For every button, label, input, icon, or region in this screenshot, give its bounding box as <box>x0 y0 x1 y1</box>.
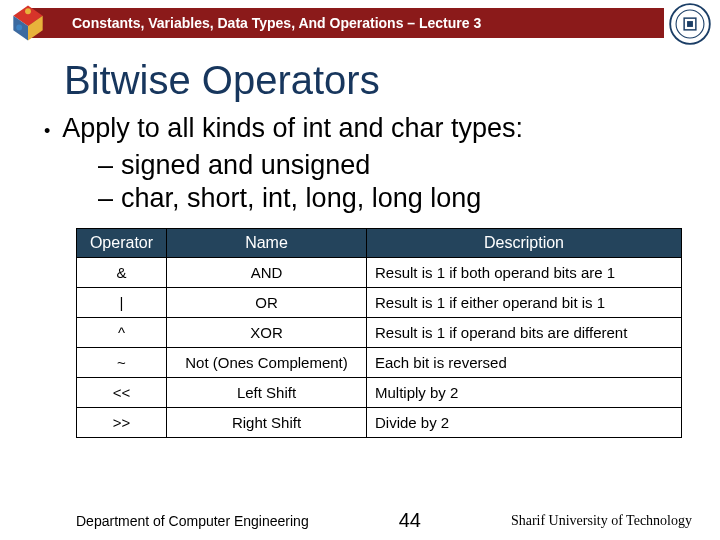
dash-icon: – <box>98 183 113 214</box>
university-crest-icon <box>668 2 712 46</box>
table-row: | OR Result is 1 if either operand bit i… <box>77 288 682 318</box>
table-row: & AND Result is 1 if both operand bits a… <box>77 258 682 288</box>
header-strip: Constants, Variables, Data Types, And Op… <box>28 8 664 38</box>
cell-description: Result is 1 if either operand bit is 1 <box>367 288 682 318</box>
slide-content: • Apply to all kinds of int and char typ… <box>0 109 720 438</box>
slide-footer: Department of Computer Engineering 44 Sh… <box>0 509 720 532</box>
bullet-dot-icon: • <box>44 121 50 142</box>
table-header-row: Operator Name Description <box>77 229 682 258</box>
footer-page-number: 44 <box>399 509 421 532</box>
footer-department: Department of Computer Engineering <box>76 513 309 529</box>
cell-name: Not (Ones Complement) <box>167 348 367 378</box>
puzzle-logo-icon <box>0 0 56 46</box>
svg-point-3 <box>25 8 31 14</box>
cell-operator: ^ <box>77 318 167 348</box>
slide-title: Bitwise Operators <box>0 46 720 109</box>
cell-operator: & <box>77 258 167 288</box>
th-name: Name <box>167 229 367 258</box>
operators-table-wrap: Operator Name Description & AND Result i… <box>76 228 682 438</box>
cell-description: Result is 1 if operand bits are differen… <box>367 318 682 348</box>
header-strip-text: Constants, Variables, Data Types, And Op… <box>72 15 481 31</box>
bullet-main: • Apply to all kinds of int and char typ… <box>40 113 690 144</box>
table-row: ~ Not (Ones Complement) Each bit is reve… <box>77 348 682 378</box>
sub-bullet-1: – signed and unsigned <box>98 150 690 181</box>
sub-bullet-2: – char, short, int, long, long long <box>98 183 690 214</box>
sub-bullet-list: – signed and unsigned – char, short, int… <box>40 150 690 214</box>
cell-name: OR <box>167 288 367 318</box>
table-row: << Left Shift Multiply by 2 <box>77 378 682 408</box>
th-description: Description <box>367 229 682 258</box>
cell-description: Divide by 2 <box>367 408 682 438</box>
cell-name: Left Shift <box>167 378 367 408</box>
cell-operator: >> <box>77 408 167 438</box>
cell-description: Multiply by 2 <box>367 378 682 408</box>
cell-description: Each bit is reversed <box>367 348 682 378</box>
svg-point-4 <box>16 24 22 30</box>
cell-name: XOR <box>167 318 367 348</box>
cell-operator: | <box>77 288 167 318</box>
dash-icon: – <box>98 150 113 181</box>
svg-rect-8 <box>687 21 693 27</box>
cell-operator: ~ <box>77 348 167 378</box>
cell-operator: << <box>77 378 167 408</box>
sub-bullet-2-text: char, short, int, long, long long <box>121 183 481 214</box>
th-operator: Operator <box>77 229 167 258</box>
bullet-main-text: Apply to all kinds of int and char types… <box>62 113 523 144</box>
cell-name: AND <box>167 258 367 288</box>
table-row: >> Right Shift Divide by 2 <box>77 408 682 438</box>
cell-name: Right Shift <box>167 408 367 438</box>
slide-header: Constants, Variables, Data Types, And Op… <box>0 0 720 46</box>
operators-table: Operator Name Description & AND Result i… <box>76 228 682 438</box>
sub-bullet-1-text: signed and unsigned <box>121 150 370 181</box>
table-row: ^ XOR Result is 1 if operand bits are di… <box>77 318 682 348</box>
footer-university: Sharif University of Technology <box>511 513 692 529</box>
cell-description: Result is 1 if both operand bits are 1 <box>367 258 682 288</box>
